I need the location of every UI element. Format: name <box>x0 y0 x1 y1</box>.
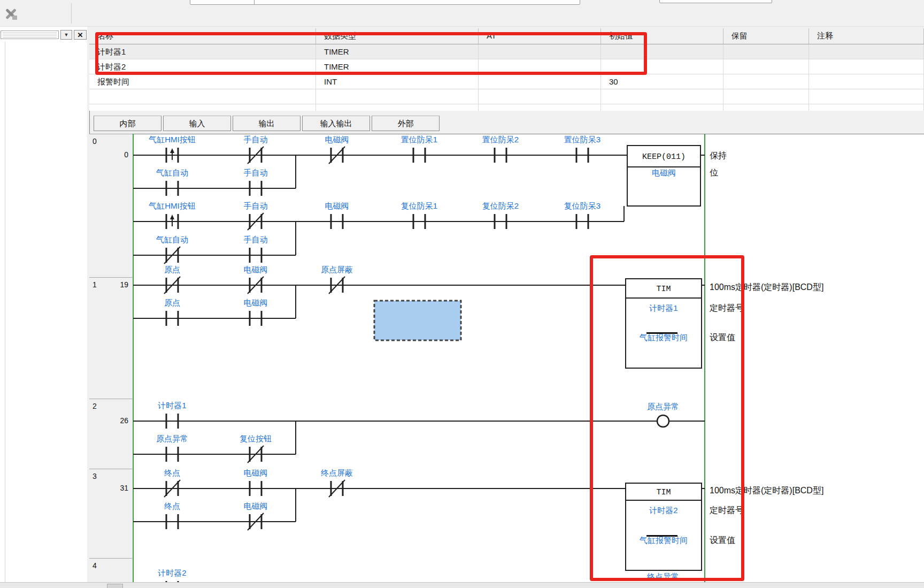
contact-label: 原点 <box>164 265 180 274</box>
ladder-diagram: 气缸HMI按钮手自动电磁阀置位防呆1置位防呆2置位防呆3气缸自动手自动气缸HMI… <box>0 0 924 588</box>
bottom-strip-chip <box>107 584 123 588</box>
contact-label: 置位防呆2 <box>482 135 519 144</box>
contact-label: 原点异常 <box>156 434 188 443</box>
contact-label: 计时器1 <box>157 401 186 410</box>
contact-label: 终点屏蔽 <box>321 468 353 477</box>
contact-label: 计时器2 <box>157 568 186 577</box>
contact-label: 电磁阀 <box>244 265 268 274</box>
contact-label: 气缸自动 <box>156 235 188 244</box>
contact-label: 电磁阀 <box>325 201 349 210</box>
instruction-operand: 电磁阀 <box>652 168 676 177</box>
contact-label: 手自动 <box>244 135 268 144</box>
contact-label: 原点屏蔽 <box>321 265 353 274</box>
contact-label: 气缸HMI按钮 <box>148 135 196 144</box>
rising-edge-arrowhead <box>170 215 174 219</box>
contact-label: 复位防呆2 <box>482 201 519 210</box>
contact-label: 手自动 <box>244 168 268 177</box>
contact-label: 复位防呆3 <box>564 201 600 210</box>
contact-label: 置位防呆3 <box>564 135 600 144</box>
contact-label: 终点 <box>164 501 180 510</box>
contact-label: 置位防呆1 <box>401 135 437 144</box>
contact-label: 气缸自动 <box>156 168 188 177</box>
contact-label: 电磁阀 <box>244 501 268 510</box>
contact-label: 原点 <box>164 298 180 307</box>
contact-label: 终点 <box>164 468 180 477</box>
contact-label: 复位防呆1 <box>401 201 437 210</box>
instruction-mnemonic: KEEP(011) <box>642 152 686 162</box>
red-annotation-box-2 <box>590 255 744 581</box>
contact-label: 电磁阀 <box>244 468 268 477</box>
contact-label: 复位按钮 <box>240 434 272 443</box>
contact-label: 电磁阀 <box>325 135 349 144</box>
instruction-annotation: 位 <box>710 168 718 177</box>
rising-edge-arrowhead <box>170 148 174 153</box>
contact-label: 手自动 <box>244 235 268 244</box>
instruction-annotation: 保持 <box>710 151 727 160</box>
contact-label: 手自动 <box>244 201 268 210</box>
selection-highlight[interactable] <box>374 301 461 340</box>
red-annotation-box-1 <box>95 32 647 75</box>
bottom-status-strip <box>0 582 924 588</box>
contact-label: 气缸HMI按钮 <box>148 201 196 210</box>
contact-label: 电磁阀 <box>244 298 268 307</box>
